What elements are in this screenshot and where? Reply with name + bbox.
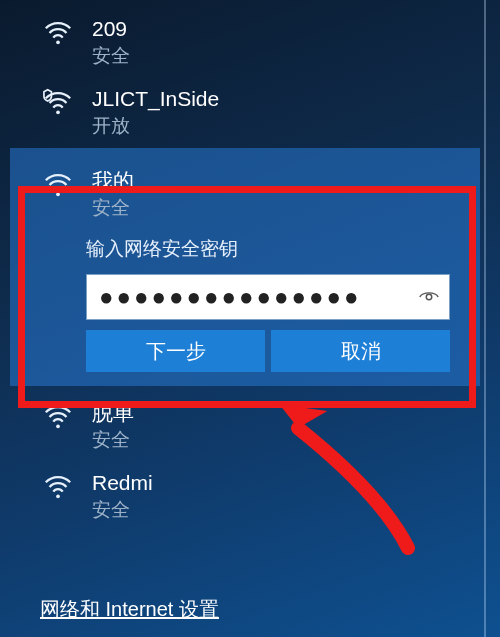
network-name: 我的 [92, 168, 134, 194]
svg-point-4 [56, 424, 60, 428]
network-status: 安全 [92, 428, 134, 452]
wifi-open-icon [40, 84, 76, 120]
wifi-icon [40, 468, 76, 504]
svg-point-2 [56, 192, 60, 196]
svg-point-5 [56, 494, 60, 498]
next-button[interactable]: 下一步 [86, 330, 265, 372]
svg-point-0 [56, 40, 60, 44]
network-settings-link[interactable]: 网络和 Internet 设置 [40, 596, 219, 623]
network-name: 209 [92, 16, 130, 42]
network-status: 安全 [92, 196, 134, 220]
network-name: JLICT_InSide [92, 86, 219, 112]
network-status: 安全 [92, 44, 130, 68]
network-name: 脱单 [92, 400, 134, 426]
network-item[interactable]: 209 安全 [0, 6, 490, 76]
network-status: 开放 [92, 114, 219, 138]
network-status: 安全 [92, 498, 153, 522]
network-item-selected: 我的 安全 输入网络安全密钥 下一步 取消 [10, 148, 480, 386]
network-item[interactable]: 我的 安全 [10, 158, 480, 228]
network-item[interactable]: Redmi 安全 [0, 460, 490, 530]
show-password-icon[interactable] [414, 282, 444, 312]
wifi-icon [40, 398, 76, 434]
panel-border-right [484, 0, 486, 637]
password-input[interactable] [86, 274, 450, 320]
network-name: Redmi [92, 470, 153, 496]
network-item[interactable]: 脱单 安全 [0, 390, 490, 460]
cancel-button[interactable]: 取消 [271, 330, 450, 372]
wifi-icon [40, 166, 76, 202]
wifi-flyout: 209 安全 JLICT_InSide 开放 [0, 0, 490, 637]
connect-panel: 输入网络安全密钥 下一步 取消 [10, 228, 480, 372]
network-item[interactable]: JLICT_InSide 开放 [0, 76, 490, 146]
svg-point-3 [426, 294, 432, 300]
password-prompt: 输入网络安全密钥 [86, 236, 450, 262]
wifi-icon [40, 14, 76, 50]
svg-point-1 [56, 110, 60, 114]
